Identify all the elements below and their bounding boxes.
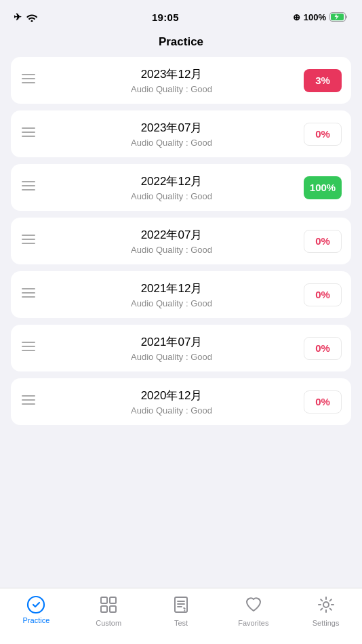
- list-icon: [20, 392, 39, 411]
- list-content: 2023年07月Audio Quality : Good: [49, 120, 294, 148]
- tab-bar: Practice Custom Test: [0, 588, 362, 644]
- list-title: 2022年07月: [141, 227, 203, 243]
- list-icon: [20, 124, 39, 144]
- list-card-6[interactable]: 2021年07月Audio Quality : Good0%: [11, 325, 351, 371]
- list-title: 2021年07月: [141, 334, 203, 350]
- list-badge: 0%: [304, 337, 342, 360]
- svg-rect-25: [110, 597, 116, 603]
- list-content: 2022年07月Audio Quality : Good: [49, 227, 294, 255]
- battery-percent: 100%: [304, 12, 326, 22]
- list-badge: 100%: [304, 176, 342, 199]
- list-card-4[interactable]: 2022年07月Audio Quality : Good0%: [11, 218, 351, 264]
- list-subtitle: Audio Quality : Good: [131, 352, 212, 362]
- list-content: 2022年12月Audio Quality : Good: [49, 174, 294, 201]
- status-left: ✈: [14, 12, 38, 22]
- list-subtitle: Audio Quality : Good: [131, 191, 212, 201]
- list-content: 2021年12月Audio Quality : Good: [49, 281, 294, 308]
- list-content: 2021年07月Audio Quality : Good: [49, 334, 294, 362]
- list-card-3[interactable]: 2022年12月Audio Quality : Good100%: [11, 164, 351, 211]
- tab-custom-label: Custom: [96, 619, 121, 627]
- list-subtitle: Audio Quality : Good: [131, 298, 212, 308]
- svg-point-23: [28, 597, 44, 613]
- battery-icon: [329, 12, 348, 22]
- list-badge: 3%: [304, 69, 342, 92]
- airplane-icon: ✈: [14, 12, 22, 22]
- status-bar: ✈ 19:05 ⊕ 100%: [0, 0, 362, 30]
- svg-point-32: [323, 602, 329, 607]
- list-card-2[interactable]: 2023年07月Audio Quality : Good0%: [11, 110, 351, 157]
- list-subtitle: Audio Quality : Good: [131, 245, 212, 255]
- favorites-tab-icon: [244, 595, 263, 617]
- list-card-5[interactable]: 2021年12月Audio Quality : Good0%: [11, 271, 351, 318]
- tab-practice[interactable]: Practice: [0, 595, 73, 624]
- tab-favorites-label: Favorites: [238, 619, 268, 627]
- list-subtitle: Audio Quality : Good: [131, 405, 212, 416]
- list-badge: 0%: [304, 283, 342, 306]
- list-content: 2020年12月Audio Quality : Good: [49, 388, 294, 416]
- page-title: Practice: [0, 30, 362, 57]
- test-tab-icon: [172, 595, 190, 617]
- list-title: 2020年12月: [141, 388, 203, 403]
- list-card-1[interactable]: 2023年12月Audio Quality : Good3%: [11, 57, 351, 104]
- list-badge: 0%: [304, 390, 342, 414]
- settings-tab-icon: [317, 595, 336, 617]
- tab-test[interactable]: Test: [145, 595, 218, 627]
- svg-rect-28: [175, 597, 187, 612]
- list-icon: [20, 231, 39, 251]
- list-icon: [20, 285, 39, 304]
- list-badge: 0%: [304, 123, 342, 146]
- tab-settings-label: Settings: [313, 619, 340, 627]
- status-time: 19:05: [152, 12, 179, 23]
- list-title: 2023年12月: [141, 66, 203, 82]
- tab-favorites[interactable]: Favorites: [217, 595, 289, 627]
- list-badge: 0%: [304, 230, 342, 253]
- custom-tab-icon: [99, 595, 118, 617]
- wifi-icon: [26, 13, 38, 22]
- list-content: 2023年12月Audio Quality : Good: [49, 66, 294, 94]
- list-title: 2023年07月: [141, 120, 203, 136]
- list-title: 2021年12月: [141, 281, 203, 296]
- location-icon: ⊕: [293, 12, 300, 22]
- list-icon: [20, 338, 39, 358]
- tab-custom[interactable]: Custom: [73, 595, 145, 627]
- tab-practice-label: Practice: [23, 616, 50, 624]
- list-card-7[interactable]: 2020年12月Audio Quality : Good0%: [11, 378, 351, 425]
- list-icon: [20, 71, 39, 90]
- list-icon: [20, 178, 39, 197]
- tab-settings[interactable]: Settings: [289, 595, 362, 627]
- list-container: 2023年12月Audio Quality : Good3% 2023年07月A…: [0, 57, 362, 585]
- status-right: ⊕ 100%: [293, 12, 348, 22]
- svg-rect-26: [101, 606, 107, 612]
- list-subtitle: Audio Quality : Good: [131, 84, 212, 94]
- svg-rect-24: [101, 597, 107, 603]
- tab-test-label: Test: [174, 619, 188, 627]
- svg-rect-27: [110, 606, 116, 612]
- list-title: 2022年12月: [141, 174, 203, 189]
- list-subtitle: Audio Quality : Good: [131, 138, 212, 148]
- practice-tab-icon: [26, 595, 45, 614]
